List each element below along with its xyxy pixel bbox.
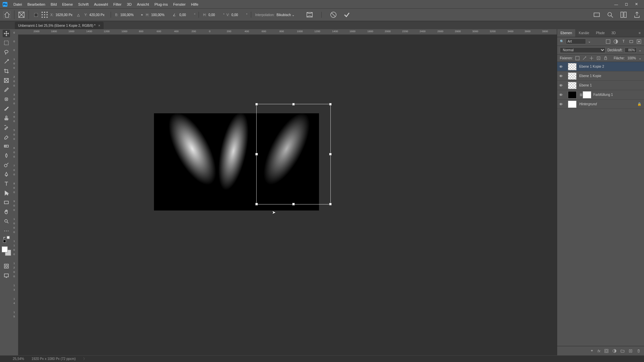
hand-tool[interactable] <box>3 208 10 216</box>
window-close-button[interactable]: ✕ <box>631 2 641 6</box>
eraser-tool[interactable] <box>3 133 10 140</box>
y-value[interactable]: 420,00 Px <box>89 12 107 17</box>
lock-position-icon[interactable] <box>582 56 587 60</box>
layer-visibility-toggle[interactable]: 👁 <box>557 93 565 97</box>
color-swatches[interactable] <box>2 246 11 256</box>
window-minimize-button[interactable]: — <box>611 2 621 6</box>
menu-auswahl[interactable]: Auswahl <box>91 2 111 6</box>
transform-handle-mr[interactable] <box>329 153 332 156</box>
history-brush-tool[interactable] <box>3 124 10 131</box>
eyedropper-tool[interactable] <box>3 86 10 94</box>
layer-row[interactable]: 👁⛓Farbfüllung 1 <box>557 90 644 100</box>
link-wh-icon[interactable]: ⚭ <box>140 13 144 17</box>
quickmask-button[interactable] <box>3 262 10 270</box>
menu-ebene[interactable]: Ebene <box>59 2 75 6</box>
canvas-stage[interactable]: 0200018001600140012001000800600400200020… <box>18 29 557 355</box>
menu-ansicht[interactable]: Ansicht <box>134 2 152 6</box>
skewh-value[interactable]: 0,00 <box>208 12 222 17</box>
layer-fx-icon[interactable]: fx <box>597 349 600 353</box>
opacity-dropdown-icon[interactable]: ⌄ <box>639 48 641 52</box>
link-layers-icon[interactable]: ⚭ <box>590 349 593 353</box>
filter-dropdown-icon[interactable]: ⌄ <box>588 40 591 43</box>
lock-artboard-icon[interactable] <box>596 56 601 60</box>
cloud-docs-icon[interactable] <box>593 11 600 18</box>
tab-3d[interactable]: 3D <box>608 29 619 37</box>
layer-mask-thumbnail[interactable] <box>583 91 591 99</box>
status-chevron-icon[interactable]: 〉 <box>83 357 87 361</box>
adjustment-layer-icon[interactable] <box>612 349 616 353</box>
menu-bild[interactable]: Bild <box>48 2 59 6</box>
menu-schrift[interactable]: Schrift <box>75 2 91 6</box>
status-zoom[interactable]: 25,54% <box>13 357 24 361</box>
interp-dropdown[interactable]: Bikubisch ⌄ <box>277 13 295 17</box>
layer-row[interactable]: 👁Ebene 1 Kopie 2 <box>557 62 644 71</box>
search-icon[interactable] <box>606 11 614 18</box>
filter-type-icon[interactable]: T <box>621 39 626 44</box>
reference-point-grid[interactable] <box>41 11 48 18</box>
transform-icon[interactable] <box>18 11 25 18</box>
layer-thumbnail[interactable] <box>568 91 577 99</box>
transform-handle-tc[interactable] <box>292 103 295 106</box>
edit-toolbar-button[interactable]: ⋯ <box>3 227 10 234</box>
home-button[interactable] <box>3 11 11 18</box>
blur-tool[interactable] <box>3 152 10 159</box>
menu-plugins[interactable]: Plug-ins <box>152 2 170 6</box>
layer-visibility-toggle[interactable]: 👁 <box>557 65 565 69</box>
menu-fenster[interactable]: Fenster <box>170 2 188 6</box>
panel-menu-icon[interactable]: ≡ <box>635 29 644 37</box>
filter-smart-icon[interactable] <box>637 39 641 44</box>
layer-filter-input[interactable] <box>566 39 586 44</box>
layer-mask-icon[interactable] <box>604 349 608 353</box>
layer-thumbnail[interactable] <box>568 72 577 80</box>
layer-row[interactable]: 👁Ebene 1 Kopie <box>557 71 644 81</box>
workspace-icon[interactable] <box>620 11 627 18</box>
heal-tool[interactable] <box>3 96 10 103</box>
swap-colors-icon[interactable] <box>3 236 10 242</box>
pen-tool[interactable] <box>3 171 10 178</box>
crop-tool[interactable] <box>3 67 10 75</box>
skewv-value[interactable]: 0,00 <box>231 12 245 17</box>
filter-pixel-icon[interactable] <box>606 39 610 44</box>
dodge-tool[interactable] <box>3 161 10 169</box>
status-info[interactable]: 1920 Px x 1080 Px (72 ppcm) <box>32 357 76 361</box>
h-value[interactable]: 100,00% <box>151 12 169 17</box>
layer-thumbnail[interactable] <box>568 63 577 70</box>
lock-pixels-icon[interactable] <box>575 56 580 60</box>
x-value[interactable]: 1628,00 Px <box>55 12 73 17</box>
layer-name[interactable]: Ebene 1 Kopie <box>579 74 642 78</box>
layer-name[interactable]: Ebene 1 <box>579 83 642 87</box>
share-icon[interactable] <box>633 11 641 18</box>
layer-thumbnail[interactable] <box>568 82 577 89</box>
layer-mask-link-icon[interactable]: ⛓ <box>579 93 583 97</box>
w-value[interactable]: 100,00% <box>120 12 139 17</box>
lock-all-icon[interactable] <box>603 56 608 60</box>
warp-mode-icon[interactable] <box>306 11 313 18</box>
menu-hilfe[interactable]: Hilfe <box>188 2 201 6</box>
fill-dropdown-icon[interactable]: ⌄ <box>639 56 641 60</box>
layer-visibility-toggle[interactable]: 👁 <box>557 102 565 106</box>
layer-name[interactable]: Ebene 1 Kopie 2 <box>579 65 642 68</box>
blend-mode-dropdown[interactable]: Normal <box>560 47 605 53</box>
menu-3d[interactable]: 3D <box>124 2 134 6</box>
filter-shape-icon[interactable] <box>629 39 634 44</box>
rectangle-tool[interactable] <box>3 199 10 206</box>
opacity-input[interactable]: 86% <box>625 48 637 53</box>
commit-transform-button[interactable] <box>343 11 351 18</box>
transform-handle-br[interactable] <box>329 203 332 205</box>
cancel-transform-button[interactable] <box>330 11 337 18</box>
lock-move-icon[interactable] <box>589 56 594 60</box>
type-tool[interactable] <box>3 180 10 187</box>
triangle-icon[interactable]: △ <box>75 11 82 18</box>
transform-bounding-box[interactable] <box>256 104 331 204</box>
layer-name[interactable]: Hintergrund <box>579 102 637 106</box>
layer-row[interactable]: 👁Hintergrund🔒 <box>557 100 644 109</box>
layer-thumbnail[interactable] <box>568 101 577 108</box>
transform-handle-tr[interactable] <box>329 103 332 106</box>
reference-point-icon[interactable] <box>32 11 40 18</box>
group-icon[interactable] <box>621 349 625 353</box>
transform-handle-bc[interactable] <box>292 203 295 205</box>
tab-pfade[interactable]: Pfade <box>593 29 608 37</box>
frame-tool[interactable] <box>3 77 10 84</box>
document-tab[interactable]: Unbenannt-1 bei 25,5% (Ebene 1 Kopie 2, … <box>15 22 104 29</box>
zoom-tool[interactable] <box>3 218 10 225</box>
